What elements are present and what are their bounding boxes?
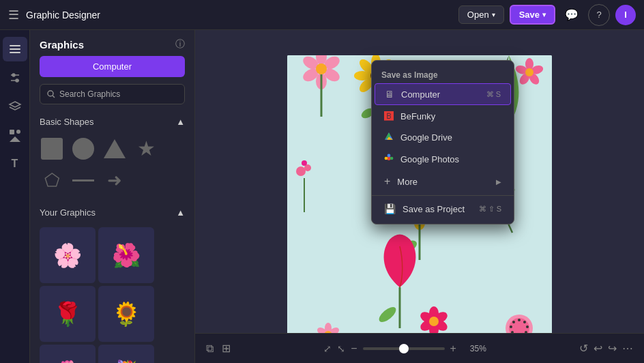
shape-line[interactable] — [71, 168, 96, 192]
svg-rect-8 — [10, 130, 14, 134]
graphic-thumb-2[interactable]: 🌺 — [98, 227, 154, 283]
hamburger-icon[interactable]: ☰ — [8, 8, 19, 23]
gphotos-icon — [384, 154, 394, 165]
svg-point-11 — [48, 91, 53, 96]
save-button[interactable]: Save ▾ — [510, 5, 555, 25]
zoom-out-icon[interactable]: − — [351, 343, 357, 355]
svg-point-62 — [523, 321, 526, 323]
your-graphics-grid: 🌸 🌺 🌹 🌻 🌷 💐 — [30, 223, 194, 363]
help-button[interactable]: ? — [588, 4, 610, 26]
collapse-your-graphics-icon: ▲ — [176, 207, 185, 218]
computer-button[interactable]: Computer — [40, 56, 185, 77]
shape-square[interactable] — [40, 136, 64, 161]
shape-triangle[interactable] — [102, 136, 127, 161]
grid-icon[interactable]: ⊞ — [222, 342, 231, 355]
fit-icon[interactable]: ⤢ — [323, 343, 332, 354]
svg-point-4 — [12, 74, 15, 76]
dropdown-computer-label: Computer — [401, 89, 440, 100]
open-button[interactable]: Open ▾ — [458, 5, 504, 24]
graphic-thumb-4[interactable]: 🌻 — [98, 286, 154, 342]
dropdown-item-befunky[interactable]: 🅱 BeFunky — [375, 106, 511, 126]
svg-point-32 — [316, 63, 327, 74]
sidebar: Graphics ⓘ Computer Search Graphics Basi… — [30, 30, 195, 363]
svg-point-40 — [296, 166, 306, 176]
app-title: Graphic Designer — [26, 10, 100, 20]
svg-rect-0 — [10, 45, 20, 46]
strip-icon-layers[interactable] — [3, 94, 27, 119]
svg-point-39 — [525, 68, 533, 76]
strip-icon-menu[interactable] — [3, 37, 27, 61]
graphic-thumb-3[interactable]: 🌹 — [40, 286, 96, 342]
more-options-icon[interactable]: ⋯ — [622, 342, 633, 355]
dropdown-befunky-label: BeFunky — [400, 111, 435, 121]
basic-shapes-section[interactable]: Basic Shapes ▲ — [30, 111, 194, 132]
main-layout: T Graphics ⓘ Computer Search Graphics Ba… — [0, 30, 644, 363]
svg-point-9 — [16, 130, 20, 134]
resize-icon[interactable]: ⤡ — [337, 343, 345, 354]
svg-marker-10 — [10, 136, 20, 142]
dropdown-divider — [372, 195, 514, 196]
search-graphics-label: Search Graphics — [59, 89, 120, 99]
graphic-thumb-1[interactable]: 🌸 — [40, 227, 96, 283]
dropdown-item-save-project[interactable]: 💾 Save as Project ⌘ ⇧ S — [375, 199, 511, 219]
dropdown-section-label: Save as Image — [372, 65, 514, 83]
shape-arrow[interactable]: ➜ — [102, 168, 127, 192]
graphic-thumb-6[interactable]: 💐 — [98, 345, 154, 363]
zoom-knob[interactable] — [399, 344, 409, 353]
icon-strip: T — [0, 30, 30, 363]
dropdown-gphotos-label: Google Photos — [400, 154, 459, 164]
search-graphics-field[interactable]: Search Graphics — [40, 84, 185, 104]
strip-icon-adjust[interactable] — [3, 66, 27, 90]
dropdown-gdrive-label: Google Drive — [400, 132, 452, 143]
redo-icon[interactable]: ↪ — [608, 342, 617, 355]
info-icon[interactable]: ⓘ — [175, 38, 185, 50]
computer-icon: 🖥 — [385, 89, 394, 100]
svg-point-89 — [390, 157, 394, 160]
topbar-right: Open ▾ Save ▾ 💬 ? I — [458, 4, 636, 26]
chat-button[interactable]: 💬 — [561, 4, 583, 26]
svg-rect-2 — [10, 52, 20, 53]
shape-pentagon[interactable]: ⬠ — [40, 168, 64, 192]
sidebar-title: Graphics — [40, 39, 84, 50]
open-caret: ▾ — [492, 11, 495, 18]
computer-shortcut: ⌘ S — [486, 90, 501, 99]
graphic-thumb-5[interactable]: 🌷 — [40, 345, 96, 363]
svg-point-88 — [387, 154, 391, 158]
dropdown-item-gdrive[interactable]: Google Drive — [375, 127, 511, 148]
svg-point-64 — [512, 321, 515, 323]
shape-circle[interactable] — [71, 136, 96, 161]
basic-shapes-label: Basic Shapes — [40, 117, 94, 127]
svg-point-42 — [302, 160, 307, 166]
dropdown-item-gphotos[interactable]: Google Photos — [375, 149, 511, 170]
collapse-icon: ▲ — [176, 117, 185, 127]
dropdown-item-more[interactable]: + More ▶ — [375, 171, 511, 192]
save-caret: ▾ — [542, 11, 546, 18]
more-plus-icon: + — [384, 175, 390, 188]
svg-point-61 — [518, 319, 521, 321]
undo-icon[interactable]: ↩ — [594, 342, 602, 355]
topbar-left: ☰ Graphic Designer — [8, 8, 100, 23]
svg-point-65 — [510, 325, 512, 328]
shapes-grid: ★ ⬠ ➜ — [30, 132, 194, 202]
svg-marker-7 — [10, 102, 20, 107]
user-avatar[interactable]: I — [615, 5, 636, 25]
save-label: Save — [519, 10, 540, 20]
open-label: Open — [467, 10, 489, 20]
bottom-bar: ⧉ ⊞ ⤢ ⤡ − + 35% ↺ ↩ ↪ ⋯ — [195, 333, 644, 363]
layers-icon[interactable]: ⧉ — [206, 343, 214, 355]
dropdown-more-label: More — [397, 177, 418, 187]
bottom-center-zoom: ⤢ ⤡ − + 35% — [231, 343, 579, 355]
gdrive-icon — [384, 132, 394, 143]
more-arrow-icon: ▶ — [496, 178, 501, 186]
strip-icon-text[interactable]: T — [3, 151, 27, 176]
your-graphics-section[interactable]: Your Graphics ▲ — [30, 202, 194, 223]
bottom-right-tools: ↺ ↩ ↪ ⋯ — [579, 342, 633, 355]
strip-icon-shapes[interactable] — [3, 123, 27, 147]
zoom-in-icon[interactable]: + — [450, 343, 456, 355]
shape-star[interactable]: ★ — [134, 136, 158, 161]
zoom-slider[interactable] — [363, 347, 445, 350]
dropdown-item-computer[interactable]: 🖥 Computer ⌘ S — [375, 83, 511, 105]
svg-point-83 — [429, 317, 439, 326]
reset-icon[interactable]: ↺ — [579, 342, 588, 355]
svg-point-63 — [526, 325, 529, 328]
